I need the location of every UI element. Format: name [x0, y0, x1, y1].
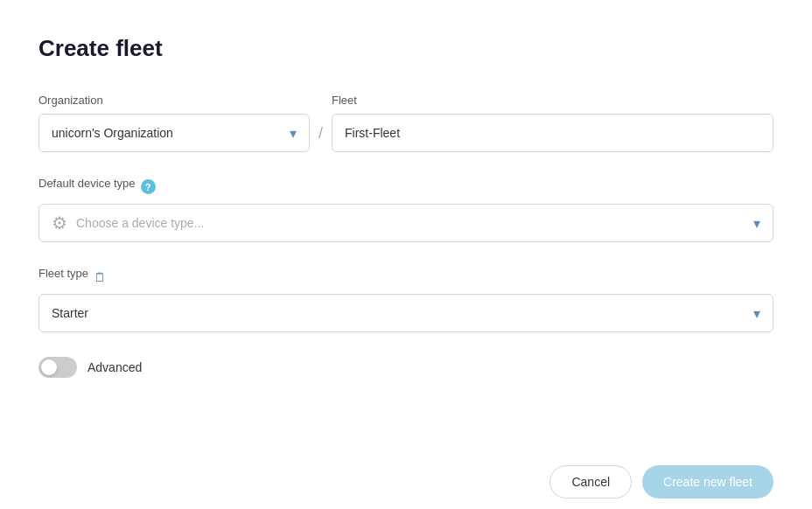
device-type-left: ⚙ Choose a device type...	[52, 213, 204, 234]
fleet-type-group: Fleet type 🗒 Starter ▾	[38, 267, 774, 332]
fleet-type-select[interactable]: Starter ▾	[38, 294, 774, 332]
fleet-type-value: Starter	[52, 306, 88, 320]
doc-icon: 🗒	[94, 270, 106, 284]
fleet-type-label: Fleet type	[38, 267, 88, 280]
advanced-toggle[interactable]	[38, 357, 77, 378]
device-type-group: Default device type ? ⚙ Choose a device …	[38, 177, 774, 242]
device-type-label-row: Default device type ?	[38, 177, 774, 197]
org-value: unicorn's Organization	[52, 126, 173, 140]
footer-row: Cancel Create new fleet	[38, 430, 774, 499]
cancel-button[interactable]: Cancel	[550, 465, 632, 499]
page-title: Create fleet	[38, 35, 774, 62]
gear-icon: ⚙	[52, 213, 67, 234]
org-chevron-icon: ▾	[290, 125, 297, 142]
fleet-label: Fleet	[332, 94, 774, 107]
org-select[interactable]: unicorn's Organization ▾	[38, 114, 310, 152]
org-fleet-row: Organization unicorn's Organization ▾ / …	[38, 94, 774, 152]
fleet-name-input[interactable]	[332, 114, 774, 152]
device-type-help-icon[interactable]: ?	[141, 179, 156, 194]
org-label: Organization	[38, 94, 310, 107]
toggle-thumb	[41, 359, 57, 375]
device-type-label: Default device type	[38, 177, 136, 190]
fleet-type-label-row: Fleet type 🗒	[38, 267, 774, 287]
device-type-placeholder: Choose a device type...	[76, 216, 204, 230]
device-type-chevron-icon: ▾	[753, 215, 760, 232]
fleet-group: Fleet	[332, 94, 774, 152]
page-container: Create fleet Organization unicorn's Orga…	[0, 0, 812, 509]
advanced-label: Advanced	[88, 360, 142, 374]
fleet-type-chevron-icon: ▾	[753, 305, 760, 322]
path-separator: /	[310, 114, 332, 152]
advanced-row: Advanced	[38, 357, 774, 378]
org-group: Organization unicorn's Organization ▾	[38, 94, 310, 152]
create-fleet-button[interactable]: Create new fleet	[642, 465, 774, 499]
device-type-select[interactable]: ⚙ Choose a device type... ▾	[38, 204, 774, 242]
toggle-track[interactable]	[38, 357, 77, 378]
